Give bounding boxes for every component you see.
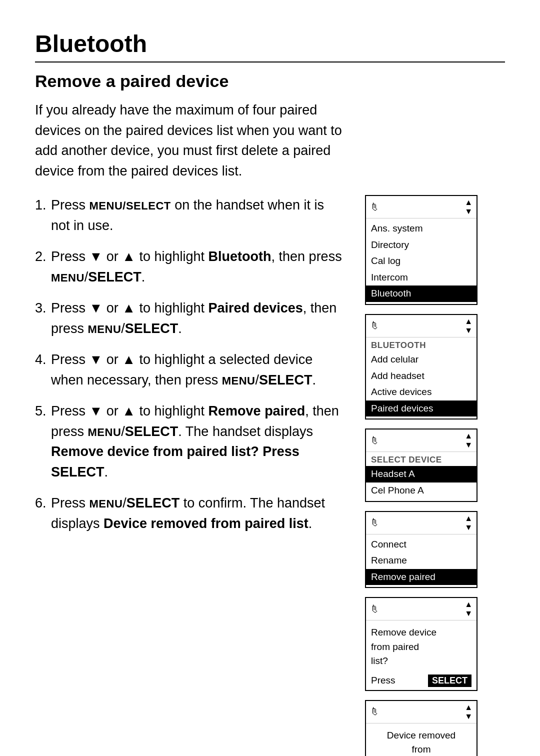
screen1-item-dir: Directory: [366, 237, 476, 254]
step6-select-label: SELECT: [126, 496, 180, 510]
section-subtitle: Remove a paired device: [35, 72, 505, 91]
screen2-active-devices: Active devices: [366, 384, 476, 400]
page-title: Bluetooth: [35, 30, 505, 62]
step-3: Press ▼ or ▲ to highlight Paired devices…: [35, 298, 345, 338]
screen-1: 🖁 ▲▼ Ans. system Directory Cal log Inter…: [365, 195, 478, 305]
screen3-title: SELECT DEVICE: [366, 454, 476, 466]
steps-list: Press MENU/SELECT on the handset when it…: [35, 195, 345, 534]
screen4-connect: Connect: [366, 536, 476, 553]
main-layout: Press MENU/SELECT on the handset when it…: [35, 195, 505, 756]
screen5-line1: Remove device: [371, 626, 472, 640]
screen1-item-bluetooth: Bluetooth: [366, 286, 476, 302]
scroll-arrow: ▲▼: [464, 198, 472, 216]
screen-4: 🖁 ▲▼ Connect Rename Remove paired: [365, 511, 478, 588]
step-6: Press MENU/SELECT to confirm. The handse…: [35, 493, 345, 534]
screen5-press-label: Press: [371, 675, 396, 686]
scroll-arrow-3: ▲▼: [464, 432, 472, 450]
intro-paragraph: If you already have the maximum of four …: [35, 100, 355, 181]
step1-menu-label: MENU/SELECT: [90, 200, 171, 212]
screen2-paired-devices: Paired devices: [366, 400, 476, 417]
steps-column: Press MENU/SELECT on the handset when it…: [35, 195, 345, 544]
screen6-body: Device removed from paired list: [366, 724, 476, 756]
scroll-arrow-2: ▲▼: [464, 317, 472, 335]
handset-icon-6: 🖁: [370, 706, 379, 717]
step-1: Press MENU/SELECT on the handset when it…: [35, 195, 345, 236]
step2-select-label: SELECT: [88, 270, 142, 284]
handset-icon-5: 🖁: [370, 604, 379, 614]
screen4-rename: Rename: [366, 552, 476, 569]
screen5-select-button: SELECT: [428, 674, 472, 687]
step-5: Press ▼ or ▲ to highlight Remove paired,…: [35, 401, 345, 482]
step4-menu-label: MENU: [222, 374, 256, 387]
screen1-item-cal: Cal log: [366, 253, 476, 270]
screen2-add-celular: Add celular: [366, 352, 476, 368]
screen1-item-ans: Ans. system: [366, 220, 476, 237]
scroll-arrow-4: ▲▼: [464, 514, 472, 532]
step-4: Press ▼ or ▲ to highlight a selected dev…: [35, 350, 345, 390]
screen2-title: BLUETOOTH: [366, 340, 476, 352]
screen5-body: Remove device from paired list?: [366, 620, 476, 672]
step3-select-label: SELECT: [125, 321, 178, 336]
screen5-header: 🖁 ▲▼: [366, 598, 476, 620]
screen5-line2: from paired: [371, 640, 472, 654]
step2-bold: Bluetooth: [208, 249, 272, 264]
screen2-header: 🖁 ▲▼: [366, 315, 476, 338]
screen3-header: 🖁 ▲▼: [366, 430, 476, 452]
step3-menu-label: MENU: [88, 323, 122, 336]
screen-6: 🖁 ▲▼ Device removed from paired list: [365, 700, 478, 756]
step6-display-text: Device removed from paired list: [104, 516, 308, 531]
screen4-remove-paired: Remove paired: [366, 569, 476, 586]
screen4-body: Connect Rename Remove paired: [366, 534, 476, 588]
screen1-header: 🖁 ▲▼: [366, 196, 476, 218]
scroll-arrow-5: ▲▼: [464, 600, 472, 618]
handset-icon-2: 🖁: [370, 320, 379, 331]
screen-2: 🖁 ▲▼ BLUETOOTH Add celular Add headset A…: [365, 314, 478, 420]
step5-select-label: SELECT: [125, 424, 178, 439]
screen6-line2: from: [371, 742, 472, 756]
screen1-item-intercom: Intercom: [366, 270, 476, 286]
screen4-header: 🖁 ▲▼: [366, 512, 476, 534]
step5-bold: Remove paired: [208, 404, 306, 418]
step5-display-text: Remove device from paired list? Press SE…: [51, 444, 300, 480]
handset-icon: 🖁: [370, 202, 379, 212]
screen6-header: 🖁 ▲▼: [366, 701, 476, 724]
screen6-line1: Device removed: [371, 728, 472, 743]
step6-menu-label: MENU: [90, 498, 123, 510]
screen-3: 🖁 ▲▼ SELECT DEVICE Headset A Cel Phone A: [365, 428, 478, 502]
step4-select-label: SELECT: [259, 372, 312, 388]
step5-menu-label: MENU: [88, 426, 122, 438]
screen2-add-headset: Add headset: [366, 368, 476, 384]
screen-5: 🖁 ▲▼ Remove device from paired list? Pre…: [365, 597, 478, 691]
handset-icon-3: 🖁: [370, 436, 379, 446]
screen5-line3: list?: [371, 654, 472, 668]
handset-icon-4: 🖁: [370, 518, 379, 528]
screens-column: 🖁 ▲▼ Ans. system Directory Cal log Inter…: [365, 195, 480, 756]
screen2-body: BLUETOOTH Add celular Add headset Active…: [366, 338, 476, 418]
screen3-body: SELECT DEVICE Headset A Cel Phone A: [366, 452, 476, 500]
step-2: Press ▼ or ▲ to highlight Bluetooth, the…: [35, 246, 345, 287]
step2-menu-label: MENU: [51, 272, 84, 284]
screen1-body: Ans. system Directory Cal log Intercom B…: [366, 218, 476, 304]
screen3-headset-a: Headset A: [366, 466, 476, 482]
scroll-arrow-6: ▲▼: [464, 703, 472, 721]
screen3-cel-phone-a: Cel Phone A: [366, 482, 476, 499]
screen5-footer: Press SELECT: [366, 672, 476, 690]
step3-bold: Paired devices: [208, 300, 303, 316]
